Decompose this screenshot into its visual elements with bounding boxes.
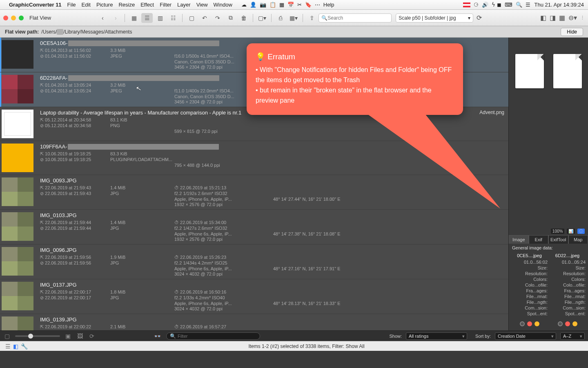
preview-thumb-1[interactable] [515, 54, 544, 88]
close-window-button[interactable] [3, 16, 8, 20]
view-gallery-button[interactable]: ☷ [167, 13, 179, 23]
redacted-username [57, 29, 63, 35]
keyboard-icon[interactable]: ⌨ [505, 2, 512, 8]
sync-icon[interactable]: ⟳ [89, 333, 94, 339]
filter-input[interactable] [178, 334, 256, 339]
view-column-button[interactable]: ▥ [154, 13, 166, 23]
menu-picture[interactable]: Picture [96, 2, 113, 8]
toolbar-search[interactable]: 🔍 [318, 13, 392, 22]
view-list-button[interactable]: ☰ [141, 13, 153, 23]
file-row[interactable]: IMG_0139.JPG⇱ 22.06.2019 at 22:00:222.1 … [0, 314, 508, 330]
menu-file[interactable]: File [67, 2, 76, 8]
file-row[interactable]: IMG_0137.JPG⇱ 22.06.2019 at 22:00:171.8 … [0, 279, 508, 314]
window-icon[interactable]: ▦ [279, 2, 284, 8]
share-button[interactable]: ⇪ [306, 13, 318, 23]
label-red[interactable] [527, 321, 532, 326]
zoom-in-icon[interactable]: ▣ [65, 333, 71, 339]
histogram-icon[interactable]: 📊 [567, 229, 575, 234]
menu-layer[interactable]: Layer [177, 2, 191, 8]
panel-icon[interactable]: ◧ [13, 343, 18, 350]
toggle-sidebar-button[interactable]: ◧ [540, 14, 546, 22]
label-none[interactable] [520, 321, 525, 326]
file-row[interactable]: IMG_0103.JPG⇱ 22.06.2019 at 21:59:441.4 … [0, 210, 508, 245]
calendar-icon[interactable]: 📅 [287, 2, 294, 8]
file-row[interactable]: IMG_0093.JPG⇱ 22.06.2019 at 21:59:431.4 … [0, 175, 508, 210]
settings-dropdown-button[interactable]: ⊖▾ [568, 14, 577, 22]
toggle-panels-button[interactable]: ▦ [559, 14, 565, 22]
file-row[interactable]: 109FF6AA-⇱ 10.06.2019 at 19:18:2583.3 Ki… [0, 141, 508, 175]
tool-icon[interactable]: 🔧 [21, 343, 28, 350]
file-thumbnail [2, 282, 33, 310]
info-icon[interactable]: ⓘ [577, 229, 585, 234]
tag-icon[interactable]: 🔖 [305, 2, 312, 8]
date-modified [40, 330, 97, 330]
rotate-left-button[interactable]: ↶ [199, 13, 210, 23]
toggle-preview-button[interactable]: ◨ [550, 14, 556, 22]
tab-image[interactable]: Image [509, 235, 529, 244]
dimensions: 1932 × 2576 @ 72.0 ppi [174, 202, 260, 207]
zoom-badge[interactable]: 100% [551, 229, 565, 234]
cloud-icon[interactable]: ☁ [241, 2, 247, 8]
file-row[interactable]: IMG_0096.JPG⇱ 22.06.2019 at 21:59:561.9 … [0, 245, 508, 279]
scale-dropdown[interactable]: Scale p50 | Subfolder | jpg▾ [396, 13, 473, 22]
label-none[interactable] [558, 321, 563, 326]
menu-effect[interactable]: Effect [140, 2, 154, 8]
crop-button[interactable]: ⧉ [225, 13, 236, 23]
spotlight-icon[interactable]: 🔍 [516, 2, 522, 8]
battery-icon[interactable]: ϟ ◼ [492, 2, 501, 8]
image-icon[interactable]: 🖼 [77, 333, 83, 339]
file-size: 1.8 MiB [110, 289, 161, 295]
menu-filter[interactable]: Filter [160, 2, 172, 8]
tab-exiftool[interactable]: ExifTool [548, 235, 568, 244]
wifi-icon[interactable]: ⚆ [474, 2, 479, 8]
sort-direction[interactable]: A–Z [560, 332, 585, 340]
date-modified: ⊘ 22.06.2019 at 21:59:56 [40, 260, 97, 266]
menu-help[interactable]: Help [323, 2, 334, 8]
sort-dropdown[interactable]: Creation Date [495, 332, 556, 340]
hide-pathbar-button[interactable]: Hide [561, 28, 583, 36]
view-grid-button[interactable]: ▦ [128, 13, 140, 23]
refresh-button[interactable]: ⟳ [477, 14, 482, 22]
label-red[interactable] [565, 321, 570, 326]
menu-window[interactable]: Window [214, 2, 232, 8]
tab-exif[interactable]: Exif [529, 235, 549, 244]
control-center-icon[interactable]: ☰ [526, 2, 530, 8]
label-yellow[interactable] [535, 321, 539, 326]
user-icon[interactable]: 👤 [250, 2, 256, 8]
glasses-icon[interactable]: 👓 [154, 333, 161, 339]
clipboard-icon[interactable]: 📋 [270, 2, 276, 8]
nav-forward-button[interactable]: › [110, 13, 121, 23]
label-yellow[interactable] [572, 321, 577, 326]
hammer-icon[interactable]: ✂ [297, 2, 302, 8]
menu-resize[interactable]: Resize [118, 2, 135, 8]
thumbnail-size-slider[interactable] [15, 335, 60, 337]
rotate-right-button[interactable]: ↷ [212, 13, 223, 23]
filter-field[interactable]: 🔍 [166, 332, 260, 340]
trash-button[interactable]: 🗑 [238, 13, 249, 23]
search-input[interactable] [327, 15, 389, 21]
volume-icon[interactable]: 🔊 [482, 2, 488, 8]
app-name[interactable]: GraphicConverter 11 [9, 2, 62, 8]
list-icon[interactable]: ☰ [5, 343, 11, 350]
camera-icon[interactable]: 📷 [260, 2, 266, 8]
more-button[interactable]: ⋮ [580, 15, 585, 20]
menu-edit[interactable]: Edit [82, 2, 91, 8]
print-button[interactable]: ⎙ [275, 13, 286, 23]
nav-back-button[interactable]: ‹ [97, 13, 108, 23]
flag-icon[interactable] [463, 2, 470, 7]
preview-thumb-2[interactable] [553, 54, 582, 88]
tab-map[interactable]: Map [568, 235, 588, 244]
show-dropdown[interactable]: All ratings [406, 332, 467, 340]
new-folder-button[interactable]: ▢▾ [256, 13, 268, 23]
slideshow-button[interactable]: ▢ [186, 13, 197, 23]
menu-view[interactable]: View [196, 2, 208, 8]
minimize-window-button[interactable] [11, 16, 16, 20]
zoom-out-icon[interactable]: ▢ [4, 333, 10, 339]
file-name: IMG_0103.JPG [40, 212, 504, 218]
zoom-window-button[interactable] [19, 16, 24, 20]
exif-date: ⏱ 22.06.2019 at 16:57:27 [174, 324, 260, 330]
callout-title: 💡 Erratum [256, 51, 454, 63]
menubar-clock[interactable]: Thu 21. Apr 14:39:24 [535, 2, 584, 8]
grid-settings-button[interactable]: ▦▾ [288, 13, 299, 23]
dots-icon[interactable]: ⋯ [315, 2, 320, 8]
